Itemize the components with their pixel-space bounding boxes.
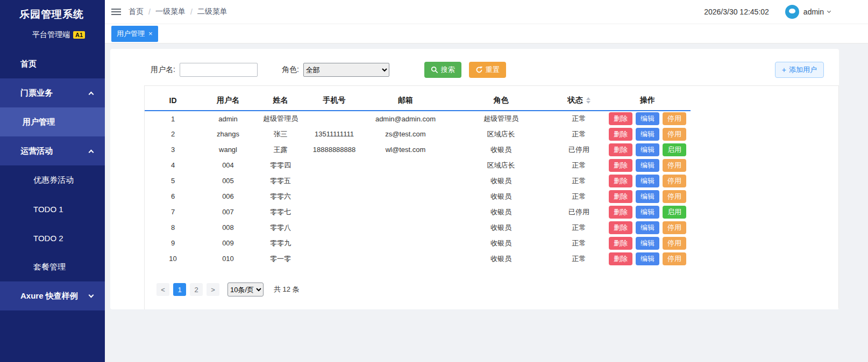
prev-page-button[interactable]: <	[156, 283, 169, 296]
sidebar-item-home[interactable]: 首页	[0, 49, 105, 78]
cell-username: admin	[201, 111, 255, 126]
reset-button[interactable]: 重置	[469, 62, 506, 78]
delete-button[interactable]: 删除	[609, 190, 632, 203]
app-subtitle: 平台管理端	[32, 30, 70, 40]
cell-actions: 删除编辑停用	[604, 220, 691, 235]
cell-status: 正常	[553, 126, 604, 142]
sidebar-item-label: 用户管理	[23, 117, 93, 127]
disable-button[interactable]: 停用	[663, 159, 686, 172]
delete-button[interactable]: 删除	[609, 112, 632, 125]
disable-button[interactable]: 停用	[663, 252, 686, 265]
sidebar-item-label: 套餐管理	[33, 262, 93, 272]
edit-button[interactable]: 编辑	[636, 112, 659, 125]
cell-username: 008	[201, 220, 255, 235]
cell-id: 3	[145, 142, 201, 157]
version-badge: A1	[73, 31, 85, 39]
edit-button[interactable]: 编辑	[636, 143, 659, 156]
username[interactable]: admin	[803, 8, 824, 16]
disable-button[interactable]: 停用	[663, 112, 686, 125]
delete-button[interactable]: 删除	[609, 128, 632, 141]
edit-button[interactable]: 编辑	[636, 128, 659, 141]
page-size-select[interactable]: 10条/页	[227, 283, 264, 296]
cell-role: 收银员	[449, 251, 553, 266]
sidebar-item-user-management[interactable]: 用户管理	[0, 107, 105, 136]
cell-role: 区域店长	[449, 126, 553, 142]
cell-email	[362, 220, 449, 235]
cell-status: 正常	[553, 111, 604, 126]
enable-button[interactable]: 启用	[663, 206, 686, 219]
delete-button[interactable]: 删除	[609, 143, 632, 156]
edit-button[interactable]: 编辑	[636, 190, 659, 203]
cell-phone	[306, 111, 362, 126]
content-card: 用户名: 角色: 全部 搜索	[110, 49, 839, 309]
cell-phone	[306, 173, 362, 189]
sidebar-item-label: 优惠券活动	[33, 175, 93, 185]
enable-button[interactable]: 启用	[663, 143, 686, 156]
disable-button[interactable]: 停用	[663, 237, 686, 250]
disable-button[interactable]: 停用	[663, 175, 686, 187]
column-header-6[interactable]: 状态	[553, 90, 604, 111]
user-table-body: 1admin超级管理员admin@admin.com超级管理员正常删除编辑停用2…	[145, 111, 691, 266]
edit-button[interactable]: 编辑	[636, 159, 659, 172]
table-row: 2zhangs张三13511111111zs@test.com区域店长正常删除编…	[145, 126, 691, 142]
menu-toggle-icon[interactable]	[111, 8, 121, 16]
disable-button[interactable]: 停用	[663, 221, 686, 234]
table-row: 8008零零八收银员正常删除编辑停用	[145, 220, 691, 235]
disable-button[interactable]: 停用	[663, 128, 686, 141]
cell-username: wangl	[201, 142, 255, 157]
datetime: 2026/3/30 12:45:02	[704, 8, 769, 16]
total-count: 共 12 条	[274, 285, 300, 294]
username-input[interactable]	[180, 63, 258, 77]
column-header-1: 用户名	[201, 90, 255, 111]
delete-button[interactable]: 删除	[609, 159, 632, 172]
cell-id: 10	[145, 251, 201, 266]
sidebar-item-label: 门票业务	[20, 88, 89, 98]
cell-actions: 删除编辑停用	[604, 157, 691, 173]
sort-icon[interactable]	[586, 97, 590, 104]
breadcrumb-item[interactable]: 一级菜单	[155, 7, 186, 17]
user-table: ID用户名姓名手机号邮箱角色状态操作 1admin超级管理员admin@admi…	[145, 90, 691, 266]
sidebar-item-package-management[interactable]: 套餐管理	[0, 252, 105, 281]
sidebar-item-coupon-activity[interactable]: 优惠券活动	[0, 165, 105, 194]
edit-button[interactable]: 编辑	[636, 175, 659, 187]
cell-email	[362, 173, 449, 189]
sidebar-item-axure-samples[interactable]: Axure 快查样例	[0, 281, 105, 310]
cell-id: 8	[145, 220, 201, 235]
edit-button[interactable]: 编辑	[636, 252, 659, 265]
role-label: 角色:	[282, 65, 299, 75]
next-page-button[interactable]: >	[207, 283, 219, 296]
page-button-1[interactable]: 1	[173, 283, 186, 296]
topbar-right: 2026/3/30 12:45:02 admin	[704, 5, 830, 19]
sidebar-item-operations[interactable]: 运营活动	[0, 136, 105, 165]
cell-name: 零零八	[255, 220, 306, 235]
sidebar-menu: 首页门票业务用户管理运营活动优惠券活动TODO 1TODO 2套餐管理Axure…	[0, 49, 105, 310]
tab-user-management[interactable]: 用户管理 ×	[111, 26, 158, 42]
delete-button[interactable]: 删除	[609, 221, 632, 234]
cell-phone	[306, 220, 362, 235]
disable-button[interactable]: 停用	[663, 190, 686, 203]
page-button-2[interactable]: 2	[190, 283, 203, 296]
search-button[interactable]: 搜索	[424, 62, 461, 78]
app-subtitle-row: 平台管理端 A1	[0, 21, 105, 46]
edit-button[interactable]: 编辑	[636, 206, 659, 219]
sidebar-item-todo-2[interactable]: TODO 2	[0, 223, 105, 252]
tabbar: 用户管理 ×	[105, 24, 868, 44]
breadcrumb-item[interactable]: 首页	[129, 7, 144, 17]
breadcrumb-item[interactable]: 二级菜单	[197, 7, 227, 17]
role-select[interactable]: 全部	[303, 63, 389, 77]
delete-button[interactable]: 删除	[609, 206, 632, 219]
delete-button[interactable]: 删除	[609, 175, 632, 187]
content: 用户名: 角色: 全部 搜索	[105, 44, 868, 362]
close-icon[interactable]: ×	[148, 30, 153, 37]
edit-button[interactable]: 编辑	[636, 221, 659, 234]
delete-button[interactable]: 删除	[609, 252, 632, 265]
cell-username: 006	[201, 189, 255, 204]
edit-button[interactable]: 编辑	[636, 237, 659, 250]
delete-button[interactable]: 删除	[609, 237, 632, 250]
sidebar-item-ticket-business[interactable]: 门票业务	[0, 78, 105, 107]
cell-actions: 删除编辑停用	[604, 111, 691, 126]
add-user-button[interactable]: + 添加用户	[775, 62, 824, 78]
avatar[interactable]	[785, 5, 799, 19]
cell-name: 零一零	[255, 251, 306, 266]
sidebar-item-todo-1[interactable]: TODO 1	[0, 194, 105, 223]
